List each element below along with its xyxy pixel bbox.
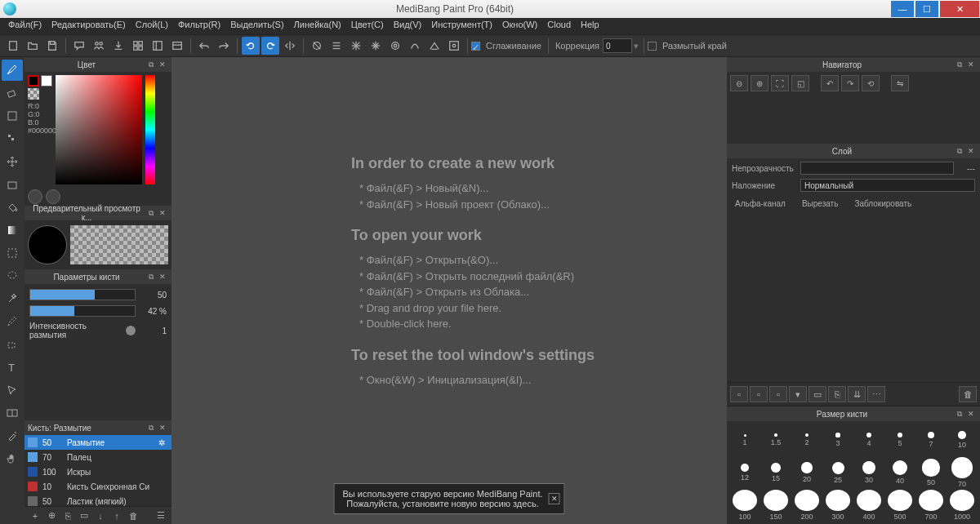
close-notification-icon[interactable]: ✕ — [549, 493, 560, 504]
popout-icon[interactable]: ⧉ — [145, 59, 157, 70]
brush-row[interactable]: 50Размытие✲ — [24, 435, 172, 450]
new-icon[interactable] — [4, 37, 22, 55]
blend-mode-select[interactable]: Нормальный — [800, 179, 975, 192]
close-panel-icon[interactable]: ✕ — [965, 59, 977, 70]
brush-size-cell[interactable]: 700 — [916, 490, 946, 521]
duplicate-brush-icon[interactable]: ⎘ — [60, 508, 75, 523]
brush-size-cell[interactable]: 400 — [854, 490, 884, 521]
brush-size-cell[interactable]: 100 — [730, 490, 760, 521]
eyedropper-tool[interactable] — [2, 425, 23, 446]
folder-icon[interactable]: ▭ — [77, 508, 91, 523]
panels-icon[interactable] — [149, 37, 167, 55]
eraser-tool[interactable] — [2, 82, 23, 104]
new-layer-menu-icon[interactable]: ▾ — [789, 386, 807, 402]
brush-size-cell[interactable]: 1000 — [947, 490, 977, 521]
grid-icon[interactable] — [129, 37, 147, 55]
menu-filter[interactable]: Фильтр(R) — [173, 18, 225, 34]
new-layer-icon[interactable]: ▫ — [730, 386, 748, 402]
flip-icon[interactable]: ⇋ — [891, 75, 909, 91]
brush-row[interactable]: 10Кисть Синхронная Си — [24, 479, 172, 494]
hue-slider[interactable] — [145, 75, 155, 184]
select-erase-tool[interactable] — [2, 334, 23, 355]
layer-more-icon[interactable]: ⋯ — [867, 386, 885, 402]
popout-icon[interactable]: ⧉ — [954, 59, 965, 70]
brush-size-cell[interactable]: 2 — [792, 424, 822, 455]
operation-tool[interactable] — [2, 380, 23, 401]
merge-icon[interactable]: ⇊ — [848, 386, 866, 402]
maximize-button[interactable]: ☐ — [915, 1, 938, 17]
brush-size-cell[interactable]: 7 — [916, 424, 946, 455]
canvas-area[interactable]: In order to create a new work * Файл(&F)… — [172, 57, 727, 524]
save-icon[interactable] — [43, 37, 61, 55]
reset-rotation-icon[interactable]: ⟲ — [862, 75, 880, 91]
move-tool[interactable] — [2, 151, 23, 172]
rotate-cw-icon[interactable]: ↷ — [841, 75, 859, 91]
popout-icon[interactable]: ⧉ — [145, 271, 157, 282]
menu-help[interactable]: Help — [576, 18, 604, 34]
add-brush-cloud-icon[interactable]: ⊕ — [44, 508, 59, 523]
brush-size-cell[interactable]: 1 — [730, 424, 760, 455]
popout-icon[interactable]: ⧉ — [145, 422, 157, 433]
swap-color-icon[interactable] — [46, 189, 60, 204]
text-tool[interactable]: T — [2, 357, 23, 378]
palette-icon[interactable] — [28, 189, 42, 204]
dup-layer-icon[interactable]: ⎘ — [828, 386, 846, 402]
snap-cross-icon[interactable] — [347, 37, 365, 55]
brush-row[interactable]: 100Искры — [24, 464, 172, 479]
brush-row[interactable]: 70Палец — [24, 450, 172, 464]
menu-edit[interactable]: Редактировать(E) — [47, 18, 131, 34]
flip-h-icon[interactable] — [281, 37, 299, 55]
shape-tool[interactable] — [2, 105, 23, 127]
fill-tool[interactable] — [2, 174, 23, 195]
add-brush-icon[interactable]: + — [28, 508, 42, 523]
brush-menu-icon[interactable]: ☰ — [154, 508, 168, 523]
menu-cloud[interactable]: Cloud — [542, 18, 576, 34]
gradient-tool[interactable] — [2, 220, 23, 241]
more-icon[interactable] — [168, 37, 186, 55]
group-icon[interactable] — [90, 37, 108, 55]
brush-size-cell[interactable]: 25 — [823, 457, 853, 488]
brush-size-cell[interactable]: 4 — [854, 424, 884, 455]
brush-tool[interactable] — [2, 60, 23, 81]
divide-tool[interactable] — [2, 402, 23, 424]
upload-brush-icon[interactable]: ↑ — [109, 508, 124, 523]
brush-size-cell[interactable]: 200 — [792, 490, 822, 521]
popout-icon[interactable]: ⧉ — [954, 408, 965, 420]
size-slider[interactable] — [29, 289, 136, 300]
open-icon[interactable] — [24, 37, 42, 55]
minimize-button[interactable]: — — [891, 1, 914, 17]
close-panel-icon[interactable]: ✕ — [157, 59, 168, 70]
new-folder-icon[interactable]: ▭ — [808, 386, 826, 402]
layer-list[interactable] — [727, 215, 980, 382]
menu-view[interactable]: Вид(V) — [389, 18, 427, 34]
snap-radial-icon[interactable] — [367, 37, 385, 55]
brush-size-cell[interactable]: 3 — [823, 424, 853, 455]
rotate-ccw-icon[interactable]: ↶ — [821, 75, 839, 91]
brush-size-cell[interactable]: 5 — [885, 424, 915, 455]
close-panel-icon[interactable]: ✕ — [157, 271, 168, 282]
chat-icon[interactable] — [70, 37, 88, 55]
rotate-left-icon[interactable] — [242, 37, 260, 55]
snap-setting-icon[interactable] — [445, 37, 463, 55]
zoom-out-icon[interactable]: ⊖ — [730, 75, 748, 91]
fit-icon[interactable]: ⛶ — [771, 75, 789, 91]
new-layer2-icon[interactable]: ▫ — [750, 386, 768, 402]
brush-size-cell[interactable]: 20 — [792, 457, 822, 488]
close-button[interactable]: ✕ — [940, 1, 979, 17]
close-panel-icon[interactable]: ✕ — [965, 408, 977, 420]
close-panel-icon[interactable]: ✕ — [965, 145, 977, 157]
update-notification[interactable]: Вы используете старую версию MediBang Pa… — [333, 483, 564, 514]
wand-tool[interactable] — [2, 288, 23, 309]
intensity-knob[interactable] — [126, 326, 136, 335]
brush-size-cell[interactable]: 40 — [885, 457, 915, 488]
rotate-right-icon[interactable] — [261, 37, 279, 55]
snap-parallel-icon[interactable] — [327, 37, 345, 55]
brush-size-cell[interactable]: 150 — [761, 490, 791, 521]
color-picker[interactable] — [56, 75, 142, 184]
download-icon[interactable] — [109, 37, 127, 55]
dot-tool[interactable] — [2, 128, 23, 149]
brush-size-cell[interactable]: 12 — [730, 457, 760, 488]
close-panel-icon[interactable]: ✕ — [157, 422, 168, 433]
menu-tool[interactable]: Инструмент(T) — [426, 18, 497, 34]
lasso-tool[interactable] — [2, 265, 23, 286]
